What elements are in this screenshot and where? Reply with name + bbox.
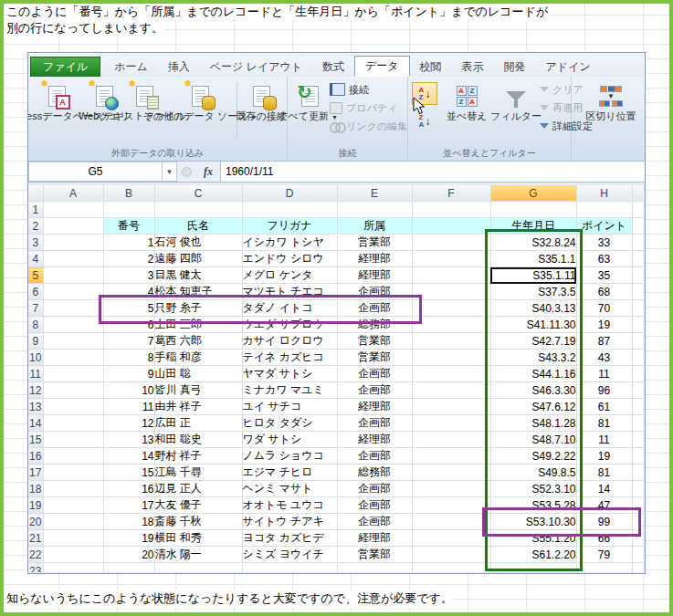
row-header-14[interactable]: 14 — [28, 415, 43, 432]
cell-C6[interactable]: 松本 知恵子 — [154, 284, 242, 300]
cell-C3[interactable]: 石河 俊也 — [154, 235, 242, 251]
cell-G7[interactable]: S40.3.13 — [490, 300, 576, 317]
cell-E16[interactable]: 企画部 — [337, 448, 412, 465]
cell-B16[interactable]: 14 — [103, 448, 154, 465]
column-header-E[interactable]: E — [337, 185, 412, 202]
cell-G4[interactable]: S35.1.1 — [490, 251, 576, 267]
cell-B22[interactable]: 20 — [103, 547, 154, 563]
tab-校閲[interactable]: 校閲 — [410, 57, 452, 77]
cell-A14[interactable] — [43, 415, 103, 432]
cell-E11[interactable]: 企画部 — [337, 366, 412, 382]
cell-C15[interactable]: 和田 聡史 — [154, 432, 242, 448]
cell-B15[interactable]: 13 — [103, 432, 154, 448]
cell-A1[interactable] — [43, 202, 103, 218]
cell-C1[interactable] — [154, 202, 242, 218]
cell-I13[interactable] — [632, 399, 643, 415]
cell-G15[interactable]: S48.7.10 — [490, 432, 576, 448]
name-box[interactable]: G5 — [28, 162, 163, 182]
cell-F20[interactable] — [412, 514, 490, 530]
cell-A9[interactable] — [43, 333, 103, 350]
column-header-B[interactable]: B — [103, 185, 154, 202]
tab-ファイル[interactable]: ファイル — [30, 57, 100, 77]
cell-C21[interactable]: 横田 和秀 — [154, 530, 242, 547]
cell-B18[interactable]: 16 — [103, 481, 154, 497]
cell-I20[interactable] — [632, 514, 643, 530]
cell-I3[interactable] — [632, 235, 643, 251]
cell-H9[interactable]: 87 — [576, 333, 632, 350]
row-header-20[interactable]: 20 — [28, 514, 43, 530]
cell-F9[interactable] — [412, 333, 490, 350]
cell-H15[interactable]: 11 — [576, 432, 632, 448]
cell-G20[interactable]: S53.10.30 — [490, 514, 576, 530]
row-header-23[interactable]: 23 — [28, 563, 43, 573]
row-header-1[interactable]: 1 — [28, 202, 43, 218]
column-header-C[interactable]: C — [154, 185, 242, 202]
cell-I23[interactable] — [632, 563, 643, 573]
tab-ページ レイアウト[interactable]: ページ レイアウト — [200, 57, 312, 77]
edit-links-button[interactable]: リンクの編集 — [330, 119, 407, 133]
name-box-dropdown-icon[interactable]: ▼ — [163, 162, 177, 182]
cell-G19[interactable]: S53.5.28 — [490, 497, 576, 514]
cell-D6[interactable]: マツモト チエコ — [242, 284, 337, 300]
cell-H20[interactable]: 99 — [576, 514, 632, 530]
cell-G14[interactable]: S48.1.28 — [490, 415, 576, 432]
cell-B5[interactable]: 3 — [103, 267, 154, 284]
cell-I4[interactable] — [632, 251, 643, 267]
cell-F14[interactable] — [412, 415, 490, 432]
row-header-17[interactable]: 17 — [28, 465, 43, 481]
cell-H21[interactable]: 66 — [576, 530, 632, 547]
formula-input[interactable]: 1960/1/11 — [220, 162, 645, 182]
cell-A23[interactable] — [43, 563, 103, 573]
cell-E6[interactable]: 企画部 — [337, 284, 412, 300]
cell-E17[interactable]: 総務部 — [337, 465, 412, 481]
tab-アドイン[interactable]: アドイン — [536, 57, 601, 77]
row-header-10[interactable]: 10 — [28, 350, 43, 366]
cell-G16[interactable]: S49.2.22 — [490, 448, 576, 465]
cell-D11[interactable]: ヤマダ サトシ — [242, 366, 337, 382]
cell-H22[interactable]: 79 — [576, 547, 632, 563]
cell-F15[interactable] — [412, 432, 490, 448]
cell-C16[interactable]: 野村 祥子 — [154, 448, 242, 465]
cell-D21[interactable]: ヨコタ カズヒデ — [242, 530, 337, 547]
existing-connections-button[interactable]: 既存の接続 — [239, 77, 283, 145]
cell-G21[interactable]: S55.1.20 — [490, 530, 576, 547]
cell-I18[interactable] — [632, 481, 643, 497]
access-database-button[interactable]: *A Accessデータベース — [28, 77, 85, 145]
cell-B1[interactable] — [103, 202, 154, 218]
column-header-F[interactable]: F — [412, 185, 490, 202]
connections-button[interactable]: 接続 — [330, 82, 407, 97]
row-header-18[interactable]: 18 — [28, 481, 43, 497]
cell-F1[interactable] — [412, 202, 490, 218]
cell-H4[interactable]: 63 — [576, 251, 632, 267]
cell-D15[interactable]: ワダ サトシ — [242, 432, 337, 448]
row-header-21[interactable]: 21 — [28, 530, 43, 547]
cell-C7[interactable]: 只野 糸子 — [154, 300, 242, 317]
cell-A6[interactable] — [43, 284, 103, 300]
cell-H8[interactable]: 19 — [576, 317, 632, 333]
cell-A21[interactable] — [43, 530, 103, 547]
cell-E13[interactable]: 経理部 — [337, 399, 412, 415]
tab-ホーム[interactable]: ホーム — [104, 57, 158, 77]
cell-B14[interactable]: 12 — [103, 415, 154, 432]
cell-E18[interactable]: 企画部 — [337, 481, 412, 497]
cell-E4[interactable]: 経理部 — [337, 251, 412, 267]
cell-D5[interactable]: メグロ ケンタ — [242, 267, 337, 284]
tab-開発[interactable]: 開発 — [494, 57, 536, 77]
cell-G10[interactable]: S43.3.2 — [490, 350, 576, 366]
cell-E12[interactable]: 企画部 — [337, 382, 412, 399]
cell-B11[interactable]: 9 — [103, 366, 154, 382]
tab-表示[interactable]: 表示 — [452, 57, 494, 77]
cell-I14[interactable] — [632, 415, 643, 432]
cell-D22[interactable]: シミズ ヨウイチ — [242, 547, 337, 563]
cell-I19[interactable] — [632, 497, 643, 514]
cell-H11[interactable]: 11 — [576, 366, 632, 382]
tab-数式[interactable]: 数式 — [312, 57, 354, 77]
cell-G23[interactable] — [490, 563, 576, 573]
cell-E21[interactable]: 経理部 — [337, 530, 412, 547]
cell-B3[interactable]: 1 — [103, 235, 154, 251]
cell-A8[interactable] — [43, 317, 103, 333]
row-header-7[interactable]: 7 — [28, 300, 43, 317]
cell-I7[interactable] — [632, 300, 643, 317]
cell-G8[interactable]: S41.11.30 — [490, 317, 576, 333]
cell-G22[interactable]: S61.2.20 — [490, 547, 576, 563]
